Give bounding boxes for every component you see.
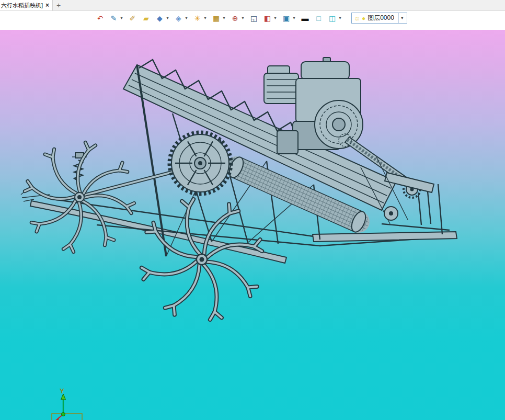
application-window: 六行水稻插秧机] × + ↶ ✎ ▾ ✐ ▰ ◆ ▾ ◈ ▾ ✳ ▾ ▦ ▾ ⊕… — [0, 0, 505, 420]
left-paddle-wheel[interactable] — [25, 142, 135, 253]
grid-display-dropdown-icon[interactable]: ▾ — [222, 16, 226, 20]
layer-dropdown-icon[interactable]: ▾ — [398, 13, 406, 23]
tab-bar: 六行水稻插秧机] × + — [0, 0, 505, 11]
render-style-icon[interactable]: ✎ — [109, 13, 119, 23]
exit-icon[interactable]: ↶ — [95, 13, 105, 23]
line-width-icon[interactable]: ▬ — [300, 13, 310, 23]
toolbar-row: ↶ ✎ ▾ ✐ ▰ ◆ ▾ ◈ ▾ ✳ ▾ ▦ ▾ ⊕ ▾ ◱ ◧ ▾ ▣ ▾ … — [95, 13, 407, 24]
machine-model[interactable] — [21, 58, 457, 321]
shaded-display-dropdown-icon[interactable]: ▾ — [184, 16, 189, 20]
origin-target-dropdown-icon[interactable]: ▾ — [240, 16, 245, 20]
solid-display-icon[interactable]: ◆ — [155, 13, 165, 23]
work-plane-icon[interactable]: ◧ — [262, 13, 272, 23]
color-settings-dropdown-icon[interactable]: ▾ — [203, 16, 208, 20]
document-tab[interactable]: 六行水稻插秧机] × — [0, 0, 53, 10]
tab-close-icon[interactable]: × — [45, 2, 49, 8]
screen-display-dropdown-icon[interactable]: ▾ — [292, 16, 296, 20]
solid-display-dropdown-icon[interactable]: ▾ — [165, 16, 170, 20]
face-display-icon[interactable]: ▰ — [141, 13, 151, 23]
new-tab-button[interactable]: + — [53, 0, 64, 10]
coordinate-axis-indicator: Y — [52, 387, 82, 420]
viewport-canvas[interactable]: Y — [0, 30, 505, 420]
color-settings-icon[interactable]: ✳ — [192, 13, 202, 23]
layer-visibility-bulb-icon[interactable]: ☼ — [354, 14, 360, 22]
layer-display-dropdown-icon[interactable]: ▾ — [338, 16, 342, 20]
layer-selector[interactable]: ☼ ● 图层0000 ▾ — [351, 13, 407, 24]
layer-color-swatch-icon[interactable]: ● — [362, 15, 365, 22]
background-color-icon[interactable]: □ — [314, 13, 324, 23]
work-plane-dropdown-icon[interactable]: ▾ — [273, 16, 278, 20]
sketch-pen-icon[interactable]: ✐ — [128, 13, 137, 23]
grid-display-icon[interactable]: ▦ — [211, 13, 221, 23]
render-style-dropdown-icon[interactable]: ▾ — [119, 16, 124, 20]
layer-display-icon[interactable]: ◫ — [327, 13, 337, 23]
drive-gear[interactable] — [83, 132, 231, 196]
layer-name-label: 图层0000 — [368, 14, 394, 22]
model-viewport[interactable]: Y — [0, 30, 505, 420]
axis-y-label: Y — [60, 387, 64, 395]
tab-title: 六行水稻插秧机] — [1, 2, 43, 9]
screen-display-icon[interactable]: ▣ — [281, 13, 291, 23]
origin-target-icon[interactable]: ⊕ — [230, 13, 240, 23]
viewport-icon[interactable]: ◱ — [249, 13, 259, 23]
display-toolbar: ↶ ✎ ▾ ✐ ▰ ◆ ▾ ◈ ▾ ✳ ▾ ▦ ▾ ⊕ ▾ ◱ ◧ ▾ ▣ ▾ … — [0, 11, 505, 30]
shaded-display-icon[interactable]: ◈ — [174, 13, 183, 23]
front-paddle-wheel[interactable] — [141, 198, 263, 321]
